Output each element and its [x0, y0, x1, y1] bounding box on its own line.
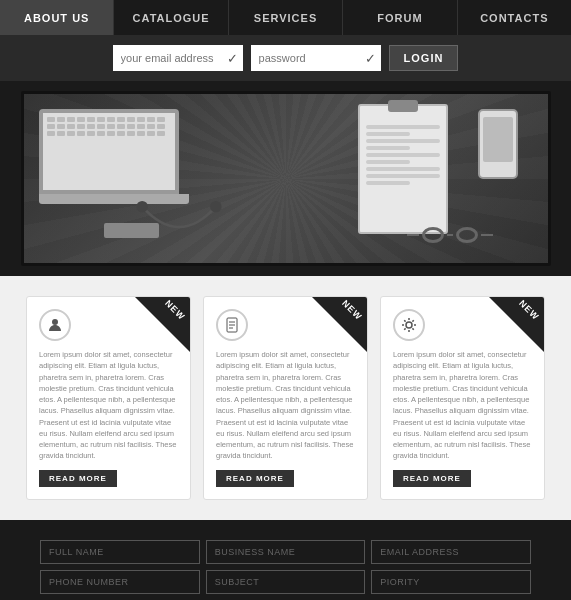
- svg-point-7: [406, 322, 412, 328]
- phone-number-input[interactable]: [40, 570, 200, 594]
- card-2: NEW Lorem ipsum dolor sit amet, consecte…: [203, 296, 368, 500]
- password-input[interactable]: [251, 45, 381, 71]
- svg-point-1: [210, 201, 221, 212]
- password-check-icon: ✓: [365, 51, 376, 66]
- card-read-more-3[interactable]: READ MORE: [393, 470, 471, 487]
- clipboard-line: [366, 160, 410, 164]
- laptop-screen: [39, 109, 179, 194]
- password-input-wrap: ✓: [251, 45, 381, 71]
- nav-catalogue[interactable]: CATALOGUE: [114, 0, 228, 35]
- card-read-more-2[interactable]: READ MORE: [216, 470, 294, 487]
- clipboard-clip: [388, 100, 418, 112]
- clipboard-line: [366, 181, 410, 185]
- email-input-wrap: ✓: [113, 45, 243, 71]
- glasses-arm-right: [481, 234, 493, 236]
- card-1: NEW Lorem ipsum dolor sit amet, consecte…: [26, 296, 191, 500]
- contact-section: SEND MY MESSAGE: [0, 520, 571, 601]
- clipboard-line: [366, 139, 440, 143]
- nav-services[interactable]: SERVICES: [229, 0, 343, 35]
- business-name-input[interactable]: [206, 540, 366, 564]
- card-read-more-1[interactable]: READ MORE: [39, 470, 117, 487]
- card-icon-3: [393, 309, 425, 341]
- phone-graphic: [478, 109, 518, 179]
- clipboard-line: [366, 153, 440, 157]
- headphones-graphic: [134, 198, 224, 248]
- login-button[interactable]: LOGIN: [389, 45, 459, 71]
- card-text-1: Lorem ipsum dolor sit amet, consectetur …: [39, 349, 178, 462]
- cards-section: NEW Lorem ipsum dolor sit amet, consecte…: [0, 276, 571, 520]
- clipboard-line: [366, 174, 440, 178]
- hero-section: [0, 81, 571, 276]
- card-text-2: Lorem ipsum dolor sit amet, consectetur …: [216, 349, 355, 462]
- glasses-lens-left: [422, 227, 444, 243]
- clipboard-lines: [360, 116, 446, 194]
- glasses-graphic: [407, 227, 493, 243]
- glasses-arm: [407, 234, 419, 236]
- clipboard-line: [366, 146, 410, 150]
- priority-input[interactable]: [371, 570, 531, 594]
- full-name-input[interactable]: [40, 540, 200, 564]
- svg-point-2: [52, 319, 58, 325]
- glasses-bridge: [447, 234, 453, 236]
- card-text-3: Lorem ipsum dolor sit amet, consectetur …: [393, 349, 532, 462]
- nav-about-us[interactable]: ABOUT US: [0, 0, 114, 35]
- clipboard-graphic: [358, 104, 448, 234]
- nav-forum[interactable]: FORUM: [343, 0, 457, 35]
- hero-image: [21, 91, 551, 266]
- svg-point-0: [136, 201, 147, 212]
- clipboard-line: [366, 125, 440, 129]
- email-address-input[interactable]: [371, 540, 531, 564]
- nav-contacts[interactable]: CONTACTS: [458, 0, 571, 35]
- contact-fields-grid: [40, 540, 531, 601]
- card-3: NEW Lorem ipsum dolor sit amet, consecte…: [380, 296, 545, 500]
- email-input[interactable]: [113, 45, 243, 71]
- clipboard-line: [366, 132, 410, 136]
- email-check-icon: ✓: [227, 51, 238, 66]
- card-icon-2: [216, 309, 248, 341]
- glasses-lens-right: [456, 227, 478, 243]
- login-bar: ✓ ✓ LOGIN: [0, 35, 571, 81]
- clipboard-line: [366, 167, 440, 171]
- navigation: ABOUT US CATALOGUE SERVICES FORUM CONTAC…: [0, 0, 571, 35]
- phone-screen: [483, 117, 513, 162]
- card-icon-1: [39, 309, 71, 341]
- subject-input[interactable]: [206, 570, 366, 594]
